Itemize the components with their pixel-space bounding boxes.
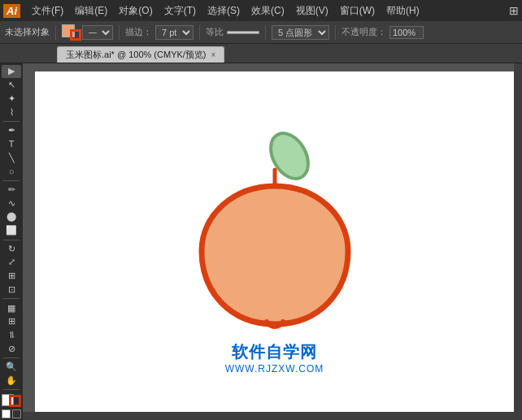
menu-object[interactable]: 对象(O)	[114, 2, 157, 19]
tool-paintbrush[interactable]: ✏	[2, 184, 21, 197]
menu-window[interactable]: 窗口(W)	[335, 2, 380, 19]
menu-bar: Ai 文件(F) 编辑(E) 对象(O) 文字(T) 选择(S) 效果(C) 视…	[0, 0, 522, 21]
tab-title: 玉米图标.ai* @ 100% (CMYK/预览)	[66, 49, 207, 61]
tool-mesh[interactable]: ⊞	[2, 315, 21, 328]
tool-direct-selection[interactable]: ↖	[2, 79, 21, 92]
tool-rotate[interactable]: ↻	[2, 242, 21, 255]
options-separator-1	[55, 25, 56, 40]
layout-icon[interactable]: ⊞	[509, 4, 519, 17]
stroke-size-control: 7 pt	[155, 25, 194, 40]
stroke-color-swatch[interactable]	[62, 24, 81, 41]
opacity-input[interactable]	[389, 26, 424, 39]
tool-zoom[interactable]: 🔍	[2, 361, 21, 374]
tool-blend[interactable]: ⥮	[2, 329, 21, 342]
screen-mode-icon[interactable]	[12, 409, 21, 418]
tab-bar: 玉米图标.ai* @ 100% (CMYK/预览) ×	[0, 44, 522, 63]
canvas-area[interactable]: 软件自学网 WWW.RJZXW.COM	[23, 63, 522, 420]
document-tab[interactable]: 玉米图标.ai* @ 100% (CMYK/预览) ×	[57, 46, 224, 63]
tool-selection[interactable]: ▶	[2, 65, 21, 78]
tool-line[interactable]: ╲	[2, 151, 21, 164]
tool-scale[interactable]: ⤢	[2, 256, 21, 269]
tool-transform[interactable]: ⊡	[2, 284, 21, 297]
main-area: ▶ ↖ ✦ ⌇ ✒ T ╲ ○ ✏ ∿ ⬤ ⬜ ↻ ⤢ ⊞ ⊡ ▦ ⊞ ⥮ ⊘ …	[0, 63, 522, 420]
canvas-content: 软件自学网 WWW.RJZXW.COM	[35, 71, 514, 412]
tool-shape[interactable]: ○	[2, 165, 21, 178]
tool-magic-wand[interactable]: ✦	[2, 93, 21, 106]
left-toolbar: ▶ ↖ ✦ ⌇ ✒ T ╲ ○ ✏ ∿ ⬤ ⬜ ↻ ⤢ ⊞ ⊡ ▦ ⊞ ⥮ ⊘ …	[0, 63, 23, 420]
stroke-label: 描边：	[125, 26, 152, 38]
toolbar-separator-4	[3, 298, 20, 299]
tool-eraser[interactable]: ⬜	[2, 224, 21, 237]
color-swatch-pair[interactable]	[2, 394, 21, 407]
toolbar-separator-1	[3, 121, 20, 122]
tool-lasso[interactable]: ⌇	[2, 106, 21, 119]
normal-mode-icon[interactable]	[2, 409, 11, 418]
opacity-label: 不透明度：	[341, 26, 386, 38]
menu-file[interactable]: 文件(F)	[27, 2, 68, 19]
toolbar-separator-5	[3, 357, 20, 358]
app-logo: Ai	[3, 4, 20, 18]
menu-select[interactable]: 选择(S)	[202, 2, 245, 19]
toolbar-separator-2	[3, 180, 20, 181]
tool-blob-brush[interactable]: ⬤	[2, 210, 21, 223]
menu-edit[interactable]: 编辑(E)	[70, 2, 112, 19]
options-separator-4	[265, 25, 266, 40]
watermark: 软件自学网 WWW.RJZXW.COM	[225, 341, 324, 375]
stroke-style-label: 等比	[206, 26, 224, 38]
toolbar-separator-6	[3, 389, 20, 390]
tool-hand[interactable]: ✋	[2, 375, 21, 388]
menu-view[interactable]: 视图(V)	[291, 2, 333, 19]
tool-gradient[interactable]: ▦	[2, 301, 21, 314]
options-separator-5	[335, 25, 336, 40]
shape-select[interactable]: 5 点圆形	[272, 25, 329, 40]
stroke-fill-select[interactable]: —	[82, 25, 113, 40]
tab-close-button[interactable]: ×	[211, 50, 216, 59]
options-separator-3	[199, 25, 200, 40]
stroke-fill-controls: —	[62, 24, 113, 41]
fruit-illustration	[169, 109, 381, 336]
no-selection-label: 未选择对象	[5, 26, 50, 38]
options-bar: 未选择对象 — 描边： 7 pt 等比 5 点圆形 不透明度：	[0, 21, 522, 44]
mode-icons	[2, 409, 21, 418]
tool-shaper[interactable]: ⊞	[2, 270, 21, 283]
tool-eyedropper[interactable]: ⊘	[2, 342, 21, 355]
stroke-value-select[interactable]: 7 pt	[155, 25, 194, 40]
menu-type[interactable]: 文字(T)	[159, 2, 201, 19]
watermark-sub-text: WWW.RJZXW.COM	[225, 363, 324, 375]
vertical-scrollbar[interactable]	[514, 63, 522, 420]
horizontal-scrollbar[interactable]	[23, 412, 514, 420]
menu-help[interactable]: 帮助(H)	[381, 2, 424, 19]
watermark-main-text: 软件自学网	[225, 341, 324, 363]
options-separator-2	[119, 25, 120, 40]
toolbar-separator-3	[3, 240, 20, 240]
tool-text[interactable]: T	[2, 138, 21, 151]
tool-pen[interactable]: ✒	[2, 124, 21, 137]
stroke-style-preview	[227, 31, 259, 34]
menu-effect[interactable]: 效果(C)	[246, 2, 289, 19]
tool-pencil[interactable]: ∿	[2, 197, 21, 210]
svg-point-0	[263, 127, 315, 185]
